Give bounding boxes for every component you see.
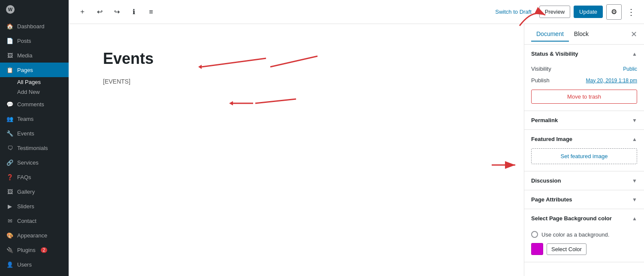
- publish-value[interactable]: May 20, 2019 1:18 pm: [586, 78, 637, 84]
- sidebar-item-label: Dashboard: [17, 23, 45, 30]
- sidebar-item-contact[interactable]: ✉ Contact: [0, 213, 69, 228]
- plugins-icon: 🔌: [6, 246, 14, 254]
- update-button[interactable]: Update: [574, 6, 603, 18]
- bg-color-header[interactable]: Select Page Background color ▲: [524, 209, 644, 228]
- status-visibility-header[interactable]: Status & Visibility ▲: [524, 45, 644, 63]
- pages-icon: 📋: [6, 66, 14, 74]
- chevron-up-icon: ▲: [632, 216, 637, 222]
- comments-icon: 💬: [6, 100, 14, 108]
- tab-document[interactable]: Document: [531, 27, 569, 42]
- select-color-button[interactable]: Select Color: [547, 243, 587, 255]
- rs-close-button[interactable]: ✕: [631, 30, 637, 39]
- visibility-row: Visibility Public: [531, 63, 637, 75]
- editor-area: Events [EVENTS] Document Block ✕: [69, 24, 644, 276]
- teams-icon: 👥: [6, 115, 14, 123]
- chevron-down-icon: ▼: [632, 117, 637, 123]
- sidebar-item-label: Pages: [17, 67, 33, 73]
- bg-color-body: Use color as a background. Select Color: [524, 228, 644, 262]
- media-icon: 🖼: [6, 51, 14, 59]
- chevron-down-icon: ▼: [632, 197, 637, 203]
- sidebar-item-label: Events: [17, 130, 34, 137]
- dashboard-icon: 🏠: [6, 22, 14, 30]
- services-icon: 🔗: [6, 159, 14, 166]
- featured-image-body: Set featured image: [524, 148, 644, 171]
- editor-canvas[interactable]: Events [EVENTS]: [69, 24, 524, 276]
- sidebar-sub-add-new[interactable]: Add New: [0, 87, 69, 97]
- sidebar-item-teams[interactable]: 👥 Teams: [0, 111, 69, 126]
- sidebar-item-appearance[interactable]: 🎨 Appearance: [0, 228, 69, 243]
- sidebar-item-plugins[interactable]: 🔌 Plugins 2: [0, 243, 69, 257]
- redo-icon: ↪: [114, 8, 120, 16]
- bg-color-section: Select Page Background color ▲ Use color…: [524, 209, 644, 262]
- sidebar-item-gallery[interactable]: 🖼 Gallery: [0, 184, 69, 199]
- gear-icon: ⚙: [611, 8, 617, 16]
- testimonials-icon: 🗨: [6, 144, 14, 152]
- sidebar-item-sliders[interactable]: ▶ Sliders: [0, 199, 69, 213]
- faqs-icon: ❓: [6, 173, 14, 181]
- permalink-label: Permalink: [531, 117, 558, 123]
- publish-row: Publish May 20, 2019 1:18 pm: [531, 75, 637, 86]
- sidebar-item-pages[interactable]: 📋 Pages: [0, 63, 69, 77]
- page-attributes-label: Page Attributes: [531, 196, 572, 203]
- sidebar-item-media[interactable]: 🖼 Media: [0, 48, 69, 63]
- switch-to-draft-button[interactable]: Switch to Draft: [491, 6, 536, 18]
- preview-button[interactable]: Preview: [539, 6, 570, 18]
- sidebar-item-label: Testimonials: [17, 145, 48, 151]
- rs-tabs: Document Block ✕: [524, 24, 644, 45]
- plus-icon: ＋: [79, 7, 86, 16]
- sidebar-item-posts[interactable]: 📄 Posts: [0, 33, 69, 48]
- use-color-radio[interactable]: [531, 231, 538, 238]
- visibility-label: Visibility: [531, 66, 551, 72]
- visibility-value[interactable]: Public: [623, 66, 637, 72]
- sidebar-item-faqs[interactable]: ❓ FAQs: [0, 170, 69, 184]
- posts-icon: 📄: [6, 37, 14, 45]
- bg-color-label: Select Page Background color: [531, 215, 612, 222]
- sidebar-item-events[interactable]: 🔧 Events: [0, 126, 69, 141]
- status-visibility-body: Visibility Public Publish May 20, 2019 1…: [524, 63, 644, 111]
- tab-block[interactable]: Block: [569, 27, 594, 42]
- block-nav-button[interactable]: ≡: [144, 5, 158, 19]
- wp-logo-icon: W: [6, 5, 15, 14]
- chevron-up-icon: ▲: [632, 51, 637, 57]
- color-swatch[interactable]: [531, 243, 543, 255]
- page-title[interactable]: Events: [103, 50, 490, 68]
- main-area: ＋ ↩ ↪ ℹ ≡ Switch to Draft Preview Update…: [69, 0, 644, 276]
- sidebar-item-label: Posts: [17, 38, 31, 44]
- sidebar-item-label: Appearance: [17, 232, 47, 239]
- sidebar-sub-all-pages[interactable]: All Pages: [0, 77, 69, 87]
- sidebar-item-label: Media: [17, 52, 32, 59]
- ellipsis-icon: ⋮: [627, 7, 635, 17]
- more-options-button[interactable]: ⋮: [625, 5, 637, 19]
- add-block-button[interactable]: ＋: [76, 5, 89, 19]
- page-attributes-header[interactable]: Page Attributes ▼: [524, 190, 644, 209]
- featured-image-section: Featured Image ▲ Set featured image: [524, 130, 644, 171]
- permalink-header[interactable]: Permalink ▼: [524, 111, 644, 129]
- undo-button[interactable]: ↩: [93, 5, 106, 19]
- move-to-trash-button[interactable]: Move to trash: [531, 90, 637, 104]
- sidebar-item-services[interactable]: 🔗 Services: [0, 155, 69, 170]
- settings-button[interactable]: ⚙: [606, 4, 622, 20]
- users-icon: 👤: [6, 261, 14, 268]
- page-shortcode[interactable]: [EVENTS]: [103, 78, 490, 85]
- info-button[interactable]: ℹ: [127, 5, 141, 19]
- set-featured-image-button[interactable]: Set featured image: [531, 148, 637, 164]
- sidebar-logo[interactable]: W: [0, 0, 69, 19]
- plugins-badge: 2: [41, 247, 48, 253]
- sidebar-item-label: Services: [17, 159, 39, 166]
- sidebar-item-label: Users: [17, 261, 32, 268]
- publish-label: Publish: [531, 77, 550, 84]
- sidebar-item-label: FAQs: [17, 174, 31, 180]
- topbar-right: Switch to Draft Preview Update ⚙ ⋮: [491, 4, 637, 20]
- chevron-up-icon: ▲: [632, 136, 637, 142]
- events-icon: 🔧: [6, 129, 14, 137]
- page-attributes-section: Page Attributes ▼: [524, 190, 644, 209]
- svg-line-5: [255, 99, 296, 103]
- sidebar-item-comments[interactable]: 💬 Comments: [0, 97, 69, 111]
- undo-icon: ↩: [97, 8, 103, 16]
- featured-image-header[interactable]: Featured Image ▲: [524, 130, 644, 148]
- discussion-header[interactable]: Discussion ▼: [524, 171, 644, 190]
- sidebar-item-dashboard[interactable]: 🏠 Dashboard: [0, 19, 69, 33]
- sidebar-item-testimonials[interactable]: 🗨 Testimonials: [0, 141, 69, 155]
- redo-button[interactable]: ↪: [110, 5, 124, 19]
- sidebar-item-users[interactable]: 👤 Users: [0, 257, 69, 272]
